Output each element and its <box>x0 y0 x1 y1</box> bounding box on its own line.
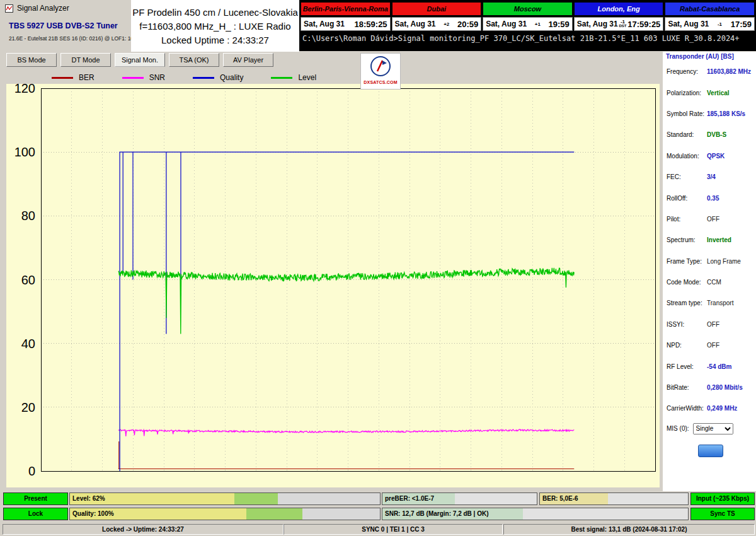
best-signal-status: Best signal: 13,1 dB (2024-08-31 17:02) <box>503 524 755 535</box>
mis-row: MIS (0): Single <box>663 419 756 434</box>
transponder-row-issyi: ISSYI:OFF <box>663 314 756 335</box>
svg-text:40: 40 <box>21 337 35 351</box>
svg-text:80: 80 <box>21 209 35 223</box>
transponder-row-spectrum: Spectrum:Inverted <box>663 230 756 250</box>
clock-city-rabat-casablanca: Rabat-Casablanca <box>665 2 755 16</box>
panel-blue-button[interactable] <box>698 445 723 457</box>
chart-legend: BERSNRQualityLevel <box>52 73 316 83</box>
legend-swatch <box>122 77 144 79</box>
chart-panel: 020406080100120 <box>6 84 660 487</box>
transponder-row-stream-type: Stream type:Transport <box>663 293 756 313</box>
clock-city-dubai: Dubai <box>392 2 482 16</box>
status-lamp-input-235-kbps: Input (~235 Kbps) <box>690 492 755 505</box>
console-command-line: C:\Users\Roman Dávid>Signal monitoring_P… <box>301 34 755 43</box>
sync-status: SYNC 0 | TEI 1 | CC 3 <box>284 524 503 535</box>
transponder-row-symbol-rate: Symbol Rate:185,188 KS/s <box>663 103 756 124</box>
status-gauge-level-62: Level: 62% <box>69 492 381 505</box>
tab-bs-mode[interactable]: BS Mode <box>6 53 57 67</box>
transponder-title: Transponder (AU) [BS] <box>663 52 756 61</box>
window-title: Signal Analyzer <box>17 4 69 13</box>
transponder-row-polarization: Polarization:Vertical <box>663 82 756 103</box>
legend-swatch <box>52 77 73 79</box>
mode-tabs: BS ModeDT ModeSignal Mon.TSA (OK)AV Play… <box>6 53 273 67</box>
transponder-row-npd: NPD:OFF <box>663 335 756 356</box>
clock-time-london-eng: Sat, Aug 31-1DST17:59:25 <box>574 17 664 31</box>
status-gauge-quality-100: Quality: 100% <box>69 508 381 520</box>
dish-location-text: PF Prodelin 450 cm / Lucenec-Slovakia <box>131 7 299 18</box>
svg-text:100: 100 <box>14 145 35 159</box>
transponder-row-modulation: Modulation:QPSK <box>663 146 756 166</box>
tuner-details: 21.6E - Eutelsat 21B SES 16 (ID: 0216) @… <box>9 35 132 42</box>
transponder-row-carrierwidth: CarrierWidth:0,249 MHz <box>663 398 756 419</box>
transponder-rows: Frequency:11603,882 MHzPolarization:Vert… <box>663 61 756 419</box>
tab-dt-mode[interactable]: DT Mode <box>60 53 111 67</box>
clock-time-rabat-casablanca: Sat, Aug 31-117:59 <box>665 17 755 31</box>
legend-item-level: Level <box>271 73 316 82</box>
tuner-name: TBS 5927 USB DVB-S2 Tuner <box>9 21 132 30</box>
transponder-row-standard: Standard:DVB-S <box>663 124 756 145</box>
transponder-row-pilot: Pilot:OFF <box>663 209 756 230</box>
status-lamp-sync-ts: Sync TS <box>690 508 755 520</box>
status-gauge-ber-5-0e-6: BER: 5,0E-6 <box>539 492 689 505</box>
legend-swatch <box>271 77 292 79</box>
status-lamp-present: Present <box>3 492 68 505</box>
tab-signal-mon[interactable]: Signal Mon. <box>115 53 165 67</box>
legend-item-quality: Quality <box>193 73 243 82</box>
logo-text: DXSATCS.COM <box>361 80 400 84</box>
transponder-row-bitrate: BitRate:0,280 Mbit/s <box>663 377 756 398</box>
monitoring-header: PF Prodelin 450 cm / Lucenec-Slovakia f=… <box>131 0 299 52</box>
status-lamp-lock: Lock <box>3 508 68 520</box>
legend-label: Quality <box>220 73 243 82</box>
mis-select[interactable]: Single <box>693 423 733 434</box>
transponder-row-rf-level: RF Level:-54 dBm <box>663 356 756 376</box>
status-gauge-snr-12-7-db-margin-7-2-db-ok: SNR: 12,7 dB (Margin: 7,2 dB | OK) <box>382 508 689 520</box>
transponder-row-rolloff: RollOff:0.35 <box>663 187 756 208</box>
clock-city-berlin-paris-vienna-roma: Berlin-Paris-Vienna-Roma <box>301 2 391 16</box>
legend-item-ber: BER <box>52 73 94 82</box>
clock-time-moscow: Sat, Aug 31+119:59 <box>483 17 573 31</box>
indicator-row-1: PresentLevel: 62%preBER: <1.0E-7BER: 5,0… <box>0 492 756 505</box>
tuner-info: TBS 5927 USB DVB-S2 Tuner 21.6E - Eutels… <box>9 21 132 42</box>
transponder-row-fec: FEC:3/4 <box>663 166 756 187</box>
mis-label: MIS (0): <box>667 425 689 432</box>
clock-city-moscow: Moscow <box>483 2 573 16</box>
tab-av-player[interactable]: AV Player <box>223 53 273 67</box>
status-gauge-preber-1-0e-7: preBER: <1.0E-7 <box>382 492 537 505</box>
svg-text:0: 0 <box>28 464 35 478</box>
tab-tsa-ok[interactable]: TSA (OK) <box>169 53 219 67</box>
transponder-panel: Transponder (AU) [BS] Frequency:11603,88… <box>663 52 756 491</box>
svg-text:60: 60 <box>21 273 35 287</box>
legend-swatch <box>193 77 214 79</box>
uptime-status: Locked -> Uptime: 24:33:27 <box>3 524 284 535</box>
world-clocks-panel: Berlin-Paris-Vienna-RomaDubaiMoscowLondo… <box>299 0 756 51</box>
clock-cities-row: Berlin-Paris-Vienna-RomaDubaiMoscowLondo… <box>301 2 755 16</box>
clock-times-row: Sat, Aug 3118:59:25Sat, Aug 31+220:59Sat… <box>301 17 755 31</box>
legend-label: SNR <box>149 73 165 82</box>
signal-chart: 020406080100120 <box>6 84 660 487</box>
legend-label: Level <box>298 73 316 82</box>
legend-label: BER <box>79 73 94 82</box>
transponder-row-frequency: Frequency:11603,882 MHz <box>663 61 756 82</box>
clock-time-dubai: Sat, Aug 31+220:59 <box>392 17 482 31</box>
status-bar: Locked -> Uptime: 24:33:27 SYNC 0 | TEI … <box>0 523 756 536</box>
svg-text:120: 120 <box>14 84 35 95</box>
indicator-row-2: LockQuality: 100%SNR: 12,7 dB (Margin: 7… <box>0 508 756 520</box>
clock-time-berlin-paris-vienna-roma: Sat, Aug 3118:59:25 <box>301 17 391 31</box>
dxsatcs-logo-icon <box>370 55 391 77</box>
transponder-row-frame-type: Frame Type:Long Frame <box>663 251 756 272</box>
app-icon <box>5 4 13 13</box>
legend-item-snr: SNR <box>122 73 165 82</box>
transponder-row-code-mode: Code Mode:CCM <box>663 272 756 293</box>
clock-city-london-eng: London, Eng <box>574 2 664 16</box>
frequency-service-text: f=11603,800 MHz_H_ : LUXE Radio <box>131 21 299 32</box>
svg-text:20: 20 <box>21 400 35 414</box>
locked-uptime-text: Locked Uptime : 24:33:27 <box>131 35 299 45</box>
dxsatcs-logo: DXSATCS.COM <box>360 53 401 90</box>
